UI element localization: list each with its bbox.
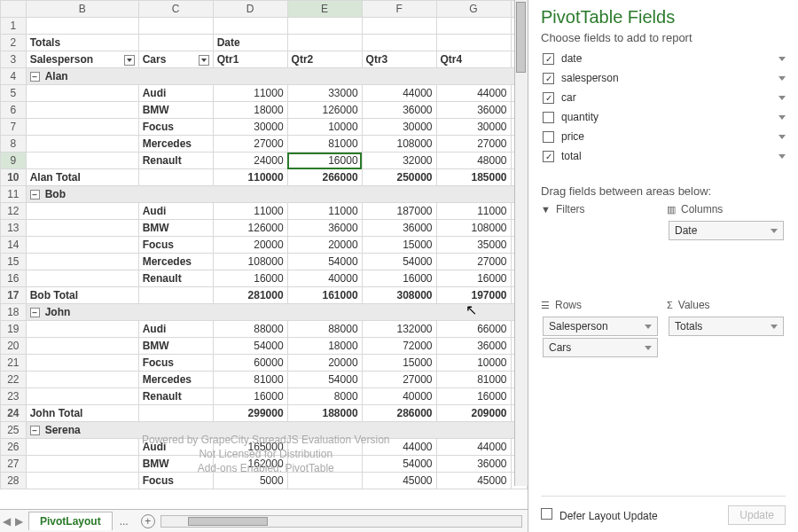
cell[interactable] xyxy=(138,35,213,51)
chevron-down-icon[interactable] xyxy=(645,346,652,350)
car-cell[interactable]: Renault xyxy=(138,270,213,287)
row-header[interactable]: 17 xyxy=(1,287,27,304)
value-cell[interactable]: 36000 xyxy=(436,102,511,119)
value-cell[interactable]: 27000 xyxy=(362,372,436,388)
car-cell[interactable]: Mercedes xyxy=(138,254,213,270)
value-cell[interactable]: 54000 xyxy=(287,254,362,270)
value-cell[interactable]: 54000 xyxy=(213,338,287,355)
tab-prev[interactable]: ◀ xyxy=(0,515,12,528)
row-header[interactable]: 16 xyxy=(1,270,27,287)
row-header[interactable]: 8 xyxy=(1,136,27,153)
cars-header[interactable]: Cars xyxy=(138,51,213,68)
collapse-icon[interactable]: − xyxy=(30,308,40,317)
value-cell[interactable]: 108000 xyxy=(436,220,511,237)
cell[interactable] xyxy=(138,405,213,422)
value-cell[interactable]: 8000 xyxy=(287,388,362,405)
row-header[interactable]: 12 xyxy=(1,203,27,220)
value-cell[interactable]: 18000 xyxy=(213,102,287,119)
tab-pivotlayout[interactable]: PivotLayout xyxy=(28,512,113,530)
row-header[interactable]: 23 xyxy=(1,388,27,405)
row-header[interactable]: 15 xyxy=(1,254,27,270)
group-header[interactable]: −Bob xyxy=(26,186,527,203)
value-cell[interactable]: 132000 xyxy=(362,321,436,338)
cars-filter-icon[interactable] xyxy=(199,55,209,66)
cell[interactable] xyxy=(26,85,138,102)
cell[interactable] xyxy=(138,18,213,35)
value-cell[interactable] xyxy=(287,439,362,456)
value-cell[interactable] xyxy=(287,473,362,489)
cell[interactable] xyxy=(26,355,138,372)
value-cell[interactable]: 126000 xyxy=(287,102,362,119)
value-cell[interactable]: 32000 xyxy=(362,153,436,169)
value-cell[interactable]: 11000 xyxy=(287,203,362,220)
cell[interactable] xyxy=(26,237,138,254)
value-cell[interactable]: 16000 xyxy=(436,270,511,287)
cell[interactable] xyxy=(26,439,138,456)
value-cell[interactable]: 36000 xyxy=(362,220,436,237)
value-cell[interactable]: 33000 xyxy=(287,85,362,102)
col-header-B[interactable]: B xyxy=(26,1,138,18)
value-cell[interactable]: 54000 xyxy=(287,372,362,388)
group-total-cell[interactable]: 266000 xyxy=(287,169,362,186)
value-cell[interactable]: 5000 xyxy=(213,473,287,489)
value-cell[interactable]: 45000 xyxy=(362,473,436,489)
row-header[interactable]: 4 xyxy=(1,68,27,85)
chip-cars[interactable]: Cars xyxy=(543,338,658,357)
cell[interactable] xyxy=(362,18,436,35)
car-cell[interactable]: Focus xyxy=(138,355,213,372)
chevron-down-icon[interactable] xyxy=(778,76,786,81)
value-cell[interactable]: 15000 xyxy=(362,237,436,254)
value-cell[interactable]: 88000 xyxy=(213,321,287,338)
cell[interactable] xyxy=(26,456,138,473)
group-total-cell[interactable]: 197000 xyxy=(436,287,511,304)
value-cell[interactable]: 18000 xyxy=(287,338,362,355)
qtr3-header[interactable]: Qtr3 xyxy=(362,51,436,68)
row-header[interactable]: 6 xyxy=(1,102,27,119)
cell[interactable] xyxy=(26,270,138,287)
value-cell[interactable]: 44000 xyxy=(436,439,511,456)
chevron-down-icon[interactable] xyxy=(778,135,786,139)
car-cell[interactable]: Focus xyxy=(138,119,213,136)
field-car[interactable]: ✓car xyxy=(541,89,786,106)
value-cell[interactable]: 10000 xyxy=(287,119,362,136)
group-total-cell[interactable]: 308000 xyxy=(362,287,436,304)
group-header[interactable]: −Alan xyxy=(26,68,527,85)
row-header[interactable]: 9 xyxy=(1,153,27,169)
car-cell[interactable]: Mercedes xyxy=(138,372,213,388)
group-total-cell[interactable]: 188000 xyxy=(287,405,362,422)
col-header-G[interactable]: G xyxy=(436,1,511,18)
chevron-down-icon[interactable] xyxy=(778,154,786,159)
cell[interactable] xyxy=(26,338,138,355)
checkbox-icon[interactable]: ✓ xyxy=(543,92,554,104)
value-cell[interactable]: 20000 xyxy=(213,237,287,254)
value-cell[interactable]: 108000 xyxy=(362,136,436,153)
value-cell[interactable]: 40000 xyxy=(362,388,436,405)
field-date[interactable]: ✓date xyxy=(541,50,786,67)
cell[interactable] xyxy=(213,18,287,35)
value-cell[interactable]: 30000 xyxy=(362,119,436,136)
cell[interactable] xyxy=(26,153,138,169)
cell[interactable] xyxy=(26,18,138,35)
group-total-label[interactable]: John Total xyxy=(26,405,138,422)
area-filters[interactable]: ▼Filters xyxy=(541,203,660,292)
chevron-down-icon[interactable] xyxy=(778,96,786,100)
salesperson-filter-icon[interactable] xyxy=(124,55,135,66)
row-header[interactable]: 1 xyxy=(1,18,27,35)
value-cell[interactable]: 16000 xyxy=(287,153,362,169)
tab-more[interactable]: ... xyxy=(113,512,136,530)
group-total-cell[interactable]: 299000 xyxy=(213,405,287,422)
value-cell[interactable]: 48000 xyxy=(436,153,511,169)
horizontal-scrollbar[interactable] xyxy=(160,515,522,528)
value-cell[interactable]: 108000 xyxy=(213,254,287,270)
value-cell[interactable]: 11000 xyxy=(436,203,511,220)
chip-totals[interactable]: Totals xyxy=(669,317,784,336)
col-header-F[interactable]: F xyxy=(362,1,436,18)
row-header[interactable]: 22 xyxy=(1,372,27,388)
row-header[interactable]: 25 xyxy=(1,422,27,439)
car-cell[interactable]: Focus xyxy=(138,473,213,489)
value-cell[interactable]: 36000 xyxy=(287,220,362,237)
row-header[interactable]: 5 xyxy=(1,85,27,102)
group-total-cell[interactable]: 161000 xyxy=(287,287,362,304)
value-cell[interactable]: 16000 xyxy=(436,388,511,405)
collapse-icon[interactable]: − xyxy=(30,72,40,82)
